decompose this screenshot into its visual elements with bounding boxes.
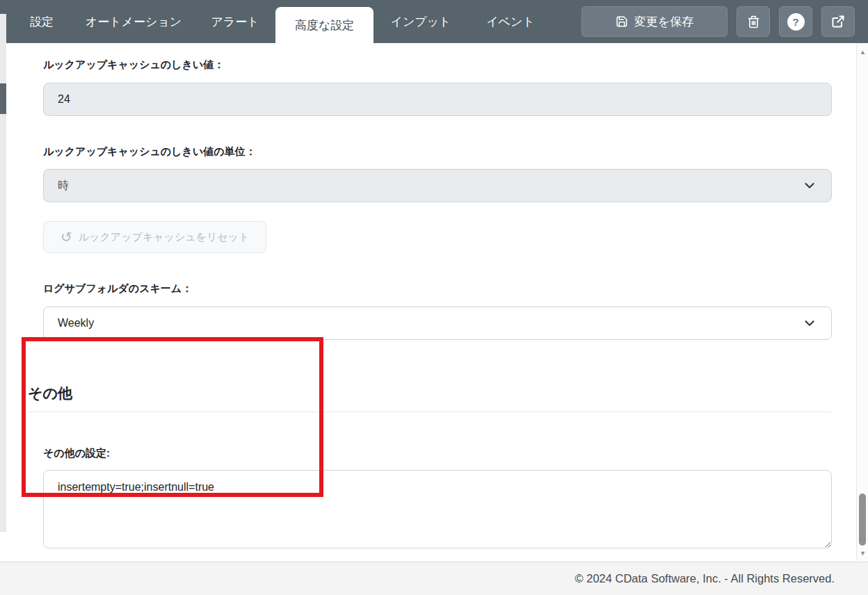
other-settings-textarea[interactable]: insertempty=true;insertnull=true	[43, 470, 832, 548]
log-subfolder-scheme-select[interactable]: Weekly	[43, 307, 832, 340]
help-button[interactable]: ?	[779, 6, 812, 37]
chevron-down-icon	[802, 178, 817, 193]
chevron-down-icon	[802, 316, 817, 331]
help-icon: ?	[787, 13, 805, 31]
tab-settings[interactable]: 設定	[11, 0, 72, 43]
open-external-button[interactable]	[821, 6, 855, 37]
other-section-heading: その他	[28, 384, 832, 412]
other-settings-label: その他の設定:	[43, 447, 832, 461]
reset-lookup-cache-button[interactable]: ↺ ルックアップキャッシュをリセット	[43, 221, 266, 253]
lookup-threshold-unit-value: 時	[58, 179, 69, 193]
lookup-threshold-label: ルックアップキャッシュのしきい値：	[43, 58, 832, 73]
lookup-threshold-unit-select[interactable]: 時	[43, 169, 832, 202]
tab-automation[interactable]: オートメーション	[72, 0, 195, 43]
log-subfolder-scheme-value: Weekly	[58, 317, 94, 329]
navbar-actions: 変更を保存 ?	[581, 6, 855, 37]
left-scrollbar-track[interactable]	[0, 14, 6, 532]
scroll-down-arrow-icon[interactable]: ▼	[857, 550, 868, 557]
floppy-disk-icon	[616, 15, 628, 28]
vertical-scrollbar[interactable]: ▲ ▼	[856, 43, 868, 561]
tab-alerts[interactable]: アラート	[195, 0, 275, 43]
vertical-scrollbar-thumb[interactable]	[859, 494, 866, 546]
trash-icon	[747, 15, 760, 28]
reset-lookup-cache-label: ルックアップキャッシュをリセット	[79, 231, 250, 244]
external-link-icon	[831, 15, 845, 28]
tab-advanced-settings[interactable]: 高度な設定	[275, 7, 373, 43]
log-subfolder-scheme-label: ログサブフォルダのスキーム：	[43, 282, 832, 297]
left-scrollbar-thumb[interactable]	[0, 83, 6, 114]
tab-input[interactable]: インプット	[373, 0, 468, 43]
lookup-threshold-unit-label: ルックアップキャッシュのしきい値の単位：	[43, 145, 832, 160]
page-footer: © 2024 CData Software, Inc. - All Rights…	[0, 562, 868, 595]
scroll-up-arrow-icon[interactable]: ▲	[857, 49, 868, 56]
save-changes-label: 変更を保存	[634, 14, 693, 30]
tab-events[interactable]: イベント	[468, 0, 553, 43]
advanced-settings-page: 設定 オートメーション アラート 高度な設定 インプット イベント 変更を保存	[0, 0, 868, 595]
save-changes-button[interactable]: 変更を保存	[581, 6, 728, 37]
undo-icon: ↺	[61, 230, 72, 244]
copyright-text: © 2024 CData Software, Inc. - All Rights…	[575, 572, 835, 585]
lookup-threshold-input[interactable]	[43, 83, 832, 116]
settings-form: ルックアップキャッシュのしきい値： ルックアップキャッシュのしきい値の単位： 時…	[0, 43, 868, 562]
top-navbar: 設定 オートメーション アラート 高度な設定 インプット イベント 変更を保存	[0, 0, 868, 43]
delete-button[interactable]	[737, 6, 770, 37]
